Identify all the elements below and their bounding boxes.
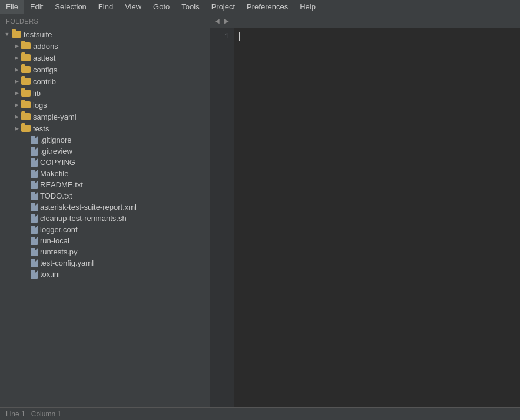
menu-item-selection[interactable]: Selection: [49, 0, 92, 14]
menu-item-tools[interactable]: Tools: [175, 0, 205, 14]
menu-item-file[interactable]: File: [0, 0, 24, 14]
status-separator: [25, 410, 31, 418]
item-label-logs: logs: [33, 101, 47, 110]
item-label-cleanup: cleanup-test-remnants.sh: [40, 214, 127, 223]
tree-item-TODO[interactable]: TODO.txt: [0, 190, 210, 201]
folder-icon-contrib: [21, 78, 31, 85]
tree-item-lib[interactable]: ▶lib: [0, 87, 210, 99]
item-label-sample-yaml: sample-yaml: [33, 113, 77, 121]
arrow-icon-contrib: ▶: [12, 77, 21, 86]
editor-toolbar: ◀ ▶: [210, 14, 520, 28]
menu-item-preferences[interactable]: Preferences: [241, 0, 294, 14]
file-icon-asterisk-report: [31, 203, 38, 211]
item-label-gitreview: .gitreview: [40, 147, 72, 156]
tree-item-run-local[interactable]: run-local: [0, 235, 210, 246]
item-label-gitignore: .gitignore: [40, 135, 71, 144]
item-label-Makefile: Makefile: [40, 169, 68, 178]
file-icon-cleanup: [31, 214, 38, 223]
arrow-icon-tests: ▶: [12, 124, 21, 133]
line-number-1: 1: [210, 31, 229, 42]
menu-item-goto[interactable]: Goto: [147, 0, 175, 14]
item-label-tox: tox.ini: [40, 270, 60, 279]
item-label-test-config: test-config.yaml: [40, 259, 94, 267]
menu-item-project[interactable]: Project: [206, 0, 241, 14]
menu-item-edit[interactable]: Edit: [24, 0, 49, 14]
folders-label: FOLDERS: [0, 14, 210, 28]
nav-right-button[interactable]: ▶: [222, 16, 231, 26]
line-numbers: 1: [210, 28, 234, 407]
item-label-asttest: asttest: [33, 54, 55, 62]
tree-item-tox[interactable]: tox.ini: [0, 269, 210, 280]
menu-item-view[interactable]: View: [119, 0, 147, 14]
arrow-icon-logs: ▶: [12, 100, 21, 110]
tree-item-cleanup[interactable]: cleanup-test-remnants.sh: [0, 213, 210, 224]
tree-item-configs[interactable]: ▶configs: [0, 64, 210, 75]
tree-item-addons[interactable]: ▶addons: [0, 40, 210, 52]
file-icon-gitreview: [31, 147, 38, 156]
tree-item-COPYING[interactable]: COPYING: [0, 157, 210, 168]
tree-item-logs[interactable]: ▶logs: [0, 99, 210, 111]
item-label-README: README.txt: [40, 180, 83, 189]
item-label-configs: configs: [33, 65, 57, 74]
file-icon-Makefile: [31, 170, 38, 178]
item-label-tests: tests: [33, 124, 49, 133]
tree-item-README[interactable]: README.txt: [0, 179, 210, 190]
folder-icon-configs: [21, 66, 31, 73]
arrow-icon-sample-yaml: ▶: [12, 112, 21, 121]
tree-item-sample-yaml[interactable]: ▶sample-yaml: [0, 111, 210, 123]
code-area[interactable]: [234, 28, 520, 407]
item-label-run-local: run-local: [40, 236, 69, 245]
file-icon-logger: [31, 226, 38, 234]
file-icon-run-local: [31, 237, 38, 245]
tree-item-tests[interactable]: ▶tests: [0, 123, 210, 134]
menubar: FileEditSelectionFindViewGotoToolsProjec…: [0, 0, 520, 14]
main-content: FOLDERS ▼testsuite▶addons▶asttest▶config…: [0, 14, 520, 407]
folder-icon-testsuite: [12, 31, 21, 38]
folder-icon-lib: [21, 90, 31, 97]
item-label-runtests: runtests.py: [40, 247, 78, 256]
folder-icon-tests: [21, 125, 31, 132]
editor-content[interactable]: 1: [210, 28, 520, 407]
tree-container: ▼testsuite▶addons▶asttest▶configs▶contri…: [0, 28, 210, 280]
menu-item-help[interactable]: Help: [294, 0, 322, 14]
file-icon-README: [31, 181, 38, 189]
nav-left-button[interactable]: ◀: [213, 16, 222, 26]
folder-icon-asttest: [21, 54, 31, 61]
tree-item-gitignore[interactable]: .gitignore: [0, 134, 210, 145]
tree-item-test-config[interactable]: test-config.yaml: [0, 257, 210, 269]
file-icon-COPYING: [31, 158, 38, 167]
status-column: Column 1: [31, 410, 61, 418]
tree-item-logger[interactable]: logger.conf: [0, 224, 210, 235]
file-icon-test-config: [31, 259, 38, 267]
folder-icon-addons: [21, 42, 31, 49]
folder-icon-logs: [21, 101, 31, 108]
statusbar: Line 1 Column 1: [0, 407, 520, 420]
item-label-COPYING: COPYING: [40, 158, 75, 167]
item-label-testsuite: testsuite: [24, 30, 52, 39]
item-label-asterisk-report: asterisk-test-suite-report.xml: [40, 203, 137, 211]
arrow-icon-addons: ▶: [12, 41, 21, 51]
arrow-icon-lib: ▶: [12, 88, 21, 98]
cursor-line: [239, 31, 515, 42]
tree-item-asttest[interactable]: ▶asttest: [0, 52, 210, 64]
arrow-icon-testsuite: ▼: [2, 29, 12, 39]
sidebar: FOLDERS ▼testsuite▶addons▶asttest▶config…: [0, 14, 210, 407]
item-label-TODO: TODO.txt: [40, 191, 72, 200]
item-label-contrib: contrib: [33, 77, 56, 86]
editor: ◀ ▶ 1: [210, 14, 520, 407]
folder-icon-sample-yaml: [21, 113, 31, 120]
tree-item-runtests[interactable]: runtests.py: [0, 246, 210, 257]
file-icon-gitignore: [31, 136, 38, 144]
file-icon-TODO: [31, 192, 38, 200]
tree-item-asterisk-report[interactable]: asterisk-test-suite-report.xml: [0, 201, 210, 213]
tree-item-Makefile[interactable]: Makefile: [0, 168, 210, 179]
file-icon-runtests: [31, 248, 38, 256]
arrow-icon-configs: ▶: [12, 65, 21, 74]
menu-item-find[interactable]: Find: [92, 0, 119, 14]
tree-item-gitreview[interactable]: .gitreview: [0, 145, 210, 157]
item-label-logger: logger.conf: [40, 225, 78, 234]
tree-item-contrib[interactable]: ▶contrib: [0, 75, 210, 87]
tree-item-testsuite[interactable]: ▼testsuite: [0, 28, 210, 40]
arrow-icon-asttest: ▶: [12, 53, 21, 62]
file-icon-tox: [31, 270, 38, 279]
